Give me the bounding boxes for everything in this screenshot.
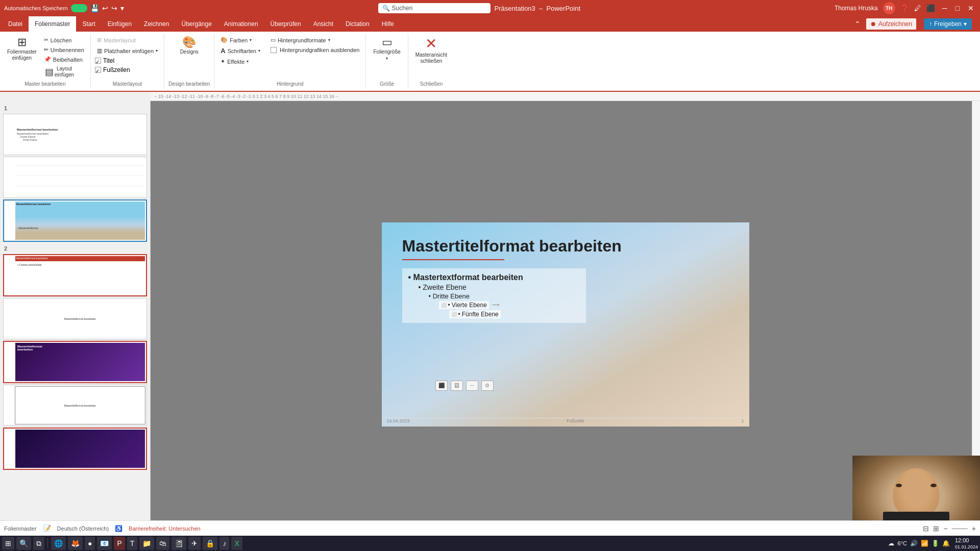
minimize-button[interactable]: ─ <box>940 4 949 12</box>
layout-einfuegen-button[interactable]: ▤ Layouteinfügen <box>42 65 86 79</box>
tab-zeichnen[interactable]: Zeichnen <box>138 16 175 32</box>
zoom-slider[interactable]: ──── <box>952 525 968 532</box>
firefox-button[interactable]: 🦊 <box>68 537 83 550</box>
aufzeichnen-button[interactable]: ⏺ Aufzeichnen <box>866 18 917 30</box>
accessibility-label[interactable]: Barrierefreiheit: Untersuchen <box>129 525 201 532</box>
normal-view-icon[interactable]: ⊟ <box>923 524 929 533</box>
slide-thumb-7[interactable]: Mastertitelformat bearbeiten <box>3 385 147 426</box>
ph-icon-2[interactable]: 🖼 <box>451 381 463 391</box>
network-icon[interactable]: 📶 <box>921 540 928 547</box>
titel-checkbox[interactable] <box>95 58 101 64</box>
notes-icon[interactable]: 📝 <box>43 524 51 532</box>
tab-dictation[interactable]: Dictation <box>339 16 376 32</box>
slide-panel[interactable]: 1 Mastertitelformat bearbeiten Mastertex… <box>0 101 151 547</box>
customize-icon[interactable]: ▾ <box>120 4 124 12</box>
speaker-icon[interactable]: 🔊 <box>910 540 918 547</box>
ph-icon-4[interactable]: ⚙ <box>481 381 494 391</box>
schriftarten-button[interactable]: A Schriftarten ▾ <box>218 46 262 56</box>
redo-icon[interactable]: ↪ <box>111 4 117 12</box>
fusszeilen-checkbox[interactable] <box>95 67 101 73</box>
slide-thumb-1[interactable]: Mastertitelformat bearbeiten Mastertextf… <box>3 114 147 155</box>
placeholder-toolbar: ⬛ 🖼 ─ ⚙ <box>435 381 494 391</box>
save-icon[interactable]: 💾 <box>90 4 99 12</box>
ribbon-group-design: 🎨 Designs Design bearbeiten <box>164 34 214 89</box>
tab-ueberprufen[interactable]: Überprüfen <box>264 16 307 32</box>
umbenennen-button[interactable]: ✏ Umbenennen <box>42 45 86 54</box>
slide-thumb-3[interactable]: Mastertitleformat bearbeiten • Mastertex… <box>3 199 147 242</box>
spotify-button[interactable]: ♪ <box>219 537 229 550</box>
search-box[interactable]: 🔍 Suchen <box>378 3 491 13</box>
excel-button[interactable]: X <box>231 537 242 550</box>
slide-thumb-5-img: Mastertitelformat bearbeiten <box>15 299 145 338</box>
loeschen-button[interactable]: ✂ Löschen <box>42 36 86 44</box>
tab-folienmaster[interactable]: Folienmaster <box>29 16 76 32</box>
hintergrundformate-button[interactable]: ▭ Hintergrundformate ▾ <box>268 36 362 44</box>
store-button[interactable]: 🛍 <box>156 537 169 550</box>
ph-icon-3[interactable]: ─ <box>466 381 478 391</box>
beibehalten-button[interactable]: 📌 Beibehalten <box>42 55 86 64</box>
maximize-button[interactable]: □ <box>953 4 962 12</box>
battery-icon[interactable]: 🔋 <box>932 540 939 547</box>
close-button[interactable]: ✕ <box>966 4 976 12</box>
masteransicht-schliessen-button[interactable]: ✕ Masteransichtschließen <box>412 36 450 65</box>
search-taskbar-button[interactable]: 🔍 <box>16 537 31 550</box>
pen-icon[interactable]: 🖊 <box>914 4 921 12</box>
foliengroesse-button[interactable]: ▭ Foliengröße ▾ <box>370 36 403 62</box>
collapse-ribbon-icon[interactable]: ⌃ <box>854 20 861 28</box>
tab-start[interactable]: Start <box>76 16 101 32</box>
folienmaster-einfuegen-button[interactable]: ⊞ Folienmastereinfügen <box>4 36 40 62</box>
outlook-button[interactable]: 📧 <box>97 537 112 550</box>
titel-checkbox-row: Titel <box>95 57 160 64</box>
tab-animationen[interactable]: Animationen <box>218 16 264 32</box>
ph-icon-1[interactable]: ⬛ <box>435 381 448 391</box>
zoom-out-icon[interactable]: − <box>943 524 947 533</box>
temperature: 6°C <box>897 540 906 546</box>
slide-thumb-8[interactable] <box>3 428 147 470</box>
keep-icon: 📌 <box>44 56 51 63</box>
taskview-button[interactable]: ⧉ <box>33 537 44 550</box>
slidesorter-icon[interactable]: ⊞ <box>933 524 939 533</box>
file-explorer-button[interactable]: 📁 <box>139 537 154 550</box>
zoom-in-icon[interactable]: + <box>972 524 976 533</box>
present-icon[interactable]: ⬛ <box>926 4 935 12</box>
help-icon[interactable]: ❓ <box>900 4 909 12</box>
ribbon-group-masterlayout: ⊞ Masterlayout ▥ Platzhalter einfügen ▾ … <box>91 34 164 89</box>
telegram-button[interactable]: ✈ <box>188 537 201 550</box>
farben-button[interactable]: 🎨 Farben ▾ <box>218 36 262 44</box>
slide-title[interactable]: Mastertitelformat bearbeiten <box>402 237 729 256</box>
masterlayout-button[interactable]: ⊞ Masterlayout <box>95 36 160 44</box>
foliengroesse-icon: ▭ <box>382 37 393 48</box>
slide-thumb-5[interactable]: Mastertitelformat bearbeiten <box>3 298 147 339</box>
hintergrundgrafiken-checkbox[interactable] <box>271 47 277 53</box>
undo-icon[interactable]: ↩ <box>102 4 108 12</box>
ppt-taskbar-button[interactable]: P <box>114 537 125 550</box>
freigeben-button[interactable]: ↑ Freigeben ▾ <box>924 18 972 30</box>
slide-thumb-6[interactable]: Mastertitelformatbearbeiten <box>3 341 147 383</box>
edge-button[interactable]: 🌐 <box>51 537 66 550</box>
tab-einfuegen[interactable]: Einfügen <box>102 16 138 32</box>
slide-thumb-6-img: Mastertitelformatbearbeiten <box>15 343 145 381</box>
rename-icon: ✏ <box>44 46 48 53</box>
slide-title-underline <box>402 259 504 260</box>
tab-hilfe[interactable]: Hilfe <box>376 16 400 32</box>
effekte-button[interactable]: ✦ Effekte ▾ <box>218 57 262 66</box>
autosave-toggle[interactable] <box>71 4 87 12</box>
slide-canvas[interactable]: Mastertitelformat bearbeiten • Mastertex… <box>382 222 749 427</box>
tab-ansicht[interactable]: Ansicht <box>307 16 339 32</box>
teams-button[interactable]: T <box>127 537 138 550</box>
share-icon: ↑ <box>929 20 932 28</box>
slide-thumb-2[interactable] <box>3 157 147 198</box>
onenote-button[interactable]: 📓 <box>172 537 186 550</box>
chrome-button[interactable]: ● <box>85 537 95 550</box>
accessibility-icon[interactable]: ♿ <box>115 525 122 532</box>
slide-thumb-4[interactable]: Mastertitelformat bearbeiten • Content p… <box>3 254 147 296</box>
tab-datei[interactable]: Datei <box>2 16 29 32</box>
start-button[interactable]: ⊞ <box>2 537 14 550</box>
vpn-button[interactable]: 🔒 <box>203 537 217 550</box>
slide-content-box[interactable]: • Mastertextformat bearbeiten • Zweite E… <box>402 268 586 323</box>
notification-icon[interactable]: 🔔 <box>942 540 950 547</box>
designs-button[interactable]: 🎨 Designs <box>177 36 202 56</box>
hintergrundgrafiken-button[interactable]: Hintergrundgrafiken ausblenden <box>268 46 362 54</box>
tab-uebergaenge[interactable]: Übergänge <box>175 16 217 32</box>
platzhalter-button[interactable]: ▥ Platzhalter einfügen ▾ <box>95 46 160 55</box>
